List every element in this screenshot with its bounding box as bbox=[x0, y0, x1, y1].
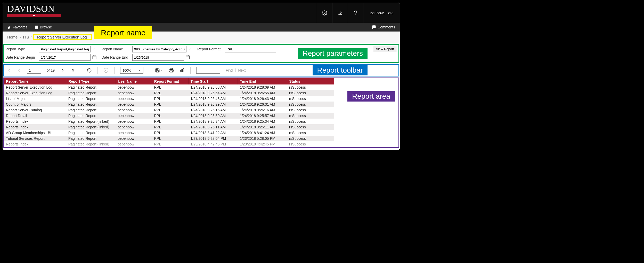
back-button[interactable] bbox=[103, 68, 109, 73]
report-toolbar: of 19 100% ▼ Find | Next Report toolbar bbox=[3, 64, 399, 76]
comment-icon bbox=[372, 25, 376, 29]
table-cell: Paginated Report (linked) bbox=[66, 141, 116, 147]
annotation-box-yellow bbox=[33, 34, 92, 40]
table-cell: 1/24/2018 9:26:31 AM bbox=[238, 102, 287, 107]
param-report-format-input[interactable] bbox=[225, 46, 276, 52]
svg-marker-1 bbox=[7, 26, 11, 29]
breadcrumb-sep: › bbox=[20, 35, 21, 40]
table-row[interactable]: Reports IndexPaginated Report (linked)pe… bbox=[4, 141, 334, 147]
report-table: Report NameReport TypeUser NameReport Fo… bbox=[4, 78, 334, 147]
table-cell: RPL bbox=[152, 130, 188, 136]
table-cell: RPL bbox=[152, 90, 188, 96]
breadcrumb-home[interactable]: Home bbox=[7, 35, 18, 39]
table-header[interactable]: Status bbox=[287, 78, 334, 84]
favorites-button[interactable]: Favorites bbox=[7, 25, 28, 29]
param-date-end-input[interactable] bbox=[132, 54, 184, 61]
table-row[interactable]: Reports IndexPaginated Report (linked)pe… bbox=[4, 119, 334, 124]
param-report-type[interactable] bbox=[39, 46, 97, 52]
table-header[interactable]: Report Format bbox=[152, 78, 188, 84]
table-row[interactable]: List of MajorsPaginated ReportpebenbowRP… bbox=[4, 96, 334, 102]
refresh-button[interactable] bbox=[87, 68, 92, 73]
download-button[interactable] bbox=[332, 3, 348, 23]
table-cell: pebenbow bbox=[116, 141, 152, 147]
prev-page-button[interactable] bbox=[17, 68, 21, 73]
table-cell: Paginated Report bbox=[66, 130, 116, 136]
table-row[interactable]: Report Server Execution LogPaginated Rep… bbox=[4, 90, 334, 96]
table-cell: 1/24/2018 9:26:55 AM bbox=[238, 90, 287, 96]
param-date-begin-input[interactable] bbox=[39, 54, 91, 61]
table-cell: RPL bbox=[152, 84, 188, 90]
table-cell: Tutorial Services Report bbox=[4, 136, 66, 141]
question-icon: ? bbox=[354, 9, 357, 16]
param-label-date-begin: Date Range Begin bbox=[5, 55, 35, 59]
svg-point-5 bbox=[104, 68, 108, 73]
table-cell: RPL bbox=[152, 113, 188, 119]
table-cell: 1/24/2018 9:26:29 AM bbox=[188, 102, 238, 107]
save-button[interactable] bbox=[155, 68, 163, 73]
table-row[interactable]: Tutorial Services ReportPaginated Report… bbox=[4, 136, 334, 141]
help-button[interactable]: ? bbox=[348, 3, 363, 23]
param-date-end[interactable] bbox=[132, 54, 193, 61]
logo-underline bbox=[7, 14, 61, 17]
table-row[interactable]: Count of MajorsPaginated ReportpebenbowR… bbox=[4, 102, 334, 107]
breadcrumb-folder[interactable]: ITS bbox=[23, 35, 29, 39]
user-menu[interactable]: Benbow, Pete bbox=[363, 3, 400, 23]
calendar-icon[interactable] bbox=[185, 55, 190, 60]
param-label-report-type: Report Type bbox=[5, 47, 35, 51]
table-row[interactable]: Report Server CatalogPaginated Reportpeb… bbox=[4, 107, 334, 113]
table-cell: RPL bbox=[152, 96, 188, 102]
print-button[interactable] bbox=[169, 68, 174, 73]
table-cell: pebenbow bbox=[116, 119, 152, 124]
table-cell: pebenbow bbox=[116, 124, 152, 130]
param-report-type-input[interactable] bbox=[39, 46, 91, 52]
comments-button[interactable]: Comments bbox=[372, 25, 395, 29]
toolbar-separator bbox=[81, 67, 81, 74]
table-cell: pebenbow bbox=[116, 136, 152, 141]
table-cell: Report Server Execution Log bbox=[4, 84, 66, 90]
table-header[interactable]: Time End bbox=[238, 78, 287, 84]
header: DAVIDSON ? Benbow, Pete bbox=[3, 3, 400, 23]
table-cell: 1/24/2018 9:28:08 AM bbox=[188, 84, 238, 90]
powerbi-button[interactable] bbox=[180, 68, 185, 73]
param-report-name-input[interactable] bbox=[132, 46, 186, 52]
table-cell: pebenbow bbox=[116, 102, 152, 107]
param-date-begin[interactable] bbox=[39, 54, 97, 61]
annotation-label-toolbar: Report toolbar bbox=[313, 65, 368, 75]
table-header-row: Report NameReport TypeUser NameReport Fo… bbox=[4, 78, 334, 84]
find-next-label[interactable]: Next bbox=[238, 68, 246, 72]
last-page-button[interactable] bbox=[71, 68, 75, 73]
browse-button[interactable]: Browse bbox=[35, 25, 52, 29]
table-header[interactable]: Report Name bbox=[4, 78, 66, 84]
table-row[interactable]: Reports IndexPaginated Report (linked)pe… bbox=[4, 124, 334, 130]
table-cell: Reports Index bbox=[4, 119, 66, 124]
find-input[interactable] bbox=[196, 67, 220, 74]
svg-rect-3 bbox=[93, 56, 96, 59]
table-cell: rsSuccess bbox=[287, 113, 334, 119]
page-number-input[interactable] bbox=[27, 67, 41, 74]
table-cell: 1/23/2018 4:42:45 PM bbox=[188, 141, 238, 147]
star-icon bbox=[7, 25, 11, 29]
next-page-button[interactable] bbox=[60, 68, 65, 73]
param-report-name[interactable] bbox=[132, 46, 193, 52]
table-row[interactable]: Report DetailPaginated ReportpebenbowRPL… bbox=[4, 113, 334, 119]
table-cell: Report Detail bbox=[4, 113, 66, 119]
param-label-report-name: Report Name bbox=[101, 47, 128, 51]
toolbar-separator bbox=[97, 67, 98, 74]
table-row[interactable]: AD Group Memberships - BIPaginated Repor… bbox=[4, 130, 334, 136]
first-page-button[interactable] bbox=[6, 68, 11, 73]
table-cell: List of Majors bbox=[4, 96, 66, 102]
table-cell: Report Server Execution Log bbox=[4, 90, 66, 96]
calendar-icon[interactable] bbox=[92, 55, 97, 60]
table-cell: RPL bbox=[152, 119, 188, 124]
table-cell: 1/24/2018 8:41:22 AM bbox=[188, 130, 238, 136]
table-header[interactable]: Report Type bbox=[66, 78, 116, 84]
table-header[interactable]: User Name bbox=[116, 78, 152, 84]
find-label[interactable]: Find bbox=[226, 68, 233, 72]
zoom-select[interactable]: 100% ▼ bbox=[120, 67, 143, 74]
table-header[interactable]: Time Start bbox=[188, 78, 238, 84]
settings-button[interactable] bbox=[317, 3, 332, 23]
table-cell: pebenbow bbox=[116, 113, 152, 119]
view-report-button[interactable]: View Report bbox=[373, 46, 397, 52]
find-separator: | bbox=[235, 68, 236, 72]
table-row[interactable]: Report Server Execution LogPaginated Rep… bbox=[4, 84, 334, 90]
